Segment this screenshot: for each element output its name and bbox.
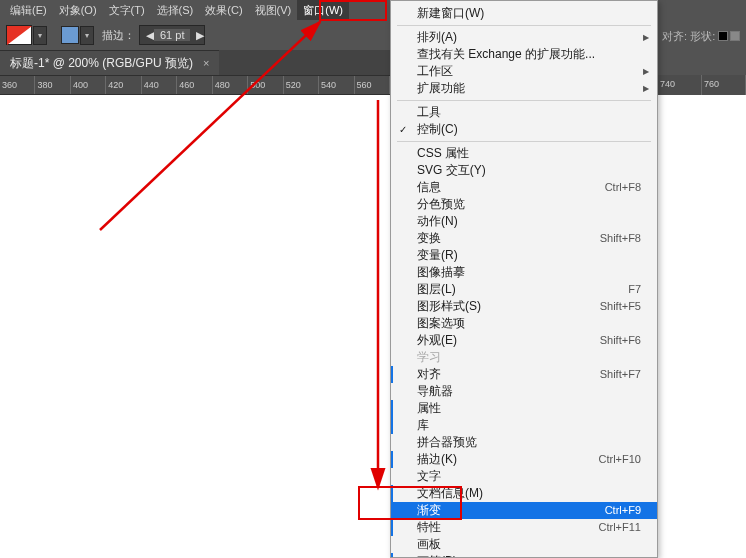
horizontal-ruler: 360 380 400 420 440 460 480 500 520 540 …	[0, 75, 390, 95]
ruler-tick: 540	[319, 76, 354, 94]
menu-item-label: SVG 交互(Y)	[417, 162, 486, 179]
fill-stroke-swatch[interactable]	[6, 25, 32, 45]
menu-item: 学习	[391, 349, 657, 366]
menu-separator	[397, 141, 651, 142]
menu-item[interactable]: 查找有关 Exchange 的扩展功能...	[391, 46, 657, 63]
close-tab-icon[interactable]: ×	[203, 57, 209, 69]
menu-item-label: 工作区	[417, 63, 453, 80]
menu-item[interactable]: CSS 属性	[391, 145, 657, 162]
panel-open-indicator	[391, 417, 393, 434]
menu-item-label: 图像描摹	[417, 264, 465, 281]
menu-item-shortcut: Ctrl+F10	[599, 451, 642, 468]
panel-open-indicator	[391, 366, 393, 383]
menu-effect[interactable]: 效果(C)	[199, 0, 248, 20]
ruler-tick: 440	[142, 76, 177, 94]
options-bar: 描边： ◀ 61 pt ▶	[0, 20, 390, 50]
panel-open-indicator	[391, 400, 393, 417]
menu-item-label: 外观(E)	[417, 332, 457, 349]
menu-item-label: 画笔(B)	[417, 553, 457, 558]
menu-item[interactable]: 属性	[391, 400, 657, 417]
menu-item[interactable]: 画板	[391, 536, 657, 553]
ruler-tick: 360	[0, 76, 35, 94]
menu-item[interactable]: 工具	[391, 104, 657, 121]
ruler-tick: 560	[355, 76, 390, 94]
menu-item-label: 查找有关 Exchange 的扩展功能...	[417, 46, 595, 63]
menu-item[interactable]: 变量(R)	[391, 247, 657, 264]
menu-item[interactable]: 新建窗口(W)	[391, 5, 657, 22]
tool-icon[interactable]	[61, 26, 79, 44]
tool-dropdown-icon[interactable]	[80, 26, 94, 45]
menu-item-shortcut: Ctrl+F9	[605, 502, 641, 519]
menu-item[interactable]: 文字	[391, 468, 657, 485]
menu-item[interactable]: 导航器	[391, 383, 657, 400]
menu-item-label: 导航器	[417, 383, 453, 400]
menu-item-label: 扩展功能	[417, 80, 465, 97]
menu-item[interactable]: SVG 交互(Y)	[391, 162, 657, 179]
menu-separator	[397, 100, 651, 101]
menu-object[interactable]: 对象(O)	[53, 0, 103, 20]
stroke-width-stepper[interactable]: ◀ 61 pt ▶	[139, 25, 205, 45]
ruler-tick: 760	[702, 75, 746, 95]
menu-item[interactable]: 外观(E)Shift+F6	[391, 332, 657, 349]
menu-item-label: 描边(K)	[417, 451, 457, 468]
menu-item-label: 变换	[417, 230, 441, 247]
menu-type[interactable]: 文字(T)	[103, 0, 151, 20]
menu-select[interactable]: 选择(S)	[151, 0, 200, 20]
menu-item[interactable]: 动作(N)	[391, 213, 657, 230]
menu-edit[interactable]: 编辑(E)	[4, 0, 53, 20]
menu-item-label: 信息	[417, 179, 441, 196]
menu-item[interactable]: 扩展功能	[391, 80, 657, 97]
menu-item[interactable]: 分色预览	[391, 196, 657, 213]
menu-view[interactable]: 视图(V)	[249, 0, 298, 20]
menu-item-shortcut: Shift+F8	[600, 230, 641, 247]
menu-item[interactable]: 对齐Shift+F7	[391, 366, 657, 383]
ruler-right-fragment: 740 760	[658, 75, 746, 95]
menu-item-label: 图案选项	[417, 315, 465, 332]
panel-open-indicator	[391, 519, 393, 536]
menu-item[interactable]: 描边(K)Ctrl+F10	[391, 451, 657, 468]
stroke-increase-button[interactable]: ▶	[190, 29, 204, 42]
menu-item[interactable]: 工作区	[391, 63, 657, 80]
menu-item[interactable]: 控制(C)	[391, 121, 657, 138]
menu-item[interactable]: 图层(L)F7	[391, 281, 657, 298]
menu-item-label: 文字	[417, 468, 441, 485]
menu-item-shortcut: Shift+F5	[600, 298, 641, 315]
menu-item-label: 新建窗口(W)	[417, 5, 484, 22]
menu-item-shortcut: Shift+F7	[600, 366, 641, 383]
menu-item[interactable]: 图像描摹	[391, 264, 657, 281]
menu-item-label: 分色预览	[417, 196, 465, 213]
swatch-dropdown-icon[interactable]	[33, 26, 47, 45]
menu-item-label: 工具	[417, 104, 441, 121]
document-tab[interactable]: 标题-1* @ 200% (RGB/GPU 预览) ×	[0, 50, 219, 75]
menu-item-label: 画板	[417, 536, 441, 553]
menu-item-shortcut: Ctrl+F11	[599, 519, 642, 536]
ruler-tick: 500	[248, 76, 283, 94]
menu-item[interactable]: 拼合器预览	[391, 434, 657, 451]
menu-item[interactable]: 画笔(B)	[391, 553, 657, 558]
menu-item[interactable]: 变换Shift+F8	[391, 230, 657, 247]
menu-item[interactable]: 渐变Ctrl+F9	[391, 502, 657, 519]
menu-item[interactable]: 排列(A)	[391, 29, 657, 46]
menu-item-label: CSS 属性	[417, 145, 469, 162]
ruler-tick: 400	[71, 76, 106, 94]
menu-item-label: 属性	[417, 400, 441, 417]
align-label: 对齐:	[662, 29, 687, 44]
menu-item-label: 渐变	[417, 502, 441, 519]
ruler-tick: 460	[177, 76, 212, 94]
menu-item[interactable]: 图案选项	[391, 315, 657, 332]
stroke-decrease-button[interactable]: ◀	[140, 29, 154, 42]
menu-item-label: 控制(C)	[417, 121, 458, 138]
panel-open-indicator	[391, 451, 393, 468]
mode-toggle[interactable]	[718, 31, 740, 41]
menu-item[interactable]: 图形样式(S)Shift+F5	[391, 298, 657, 315]
menu-item[interactable]: 库	[391, 417, 657, 434]
menu-window[interactable]: 窗口(W)	[297, 0, 349, 20]
menu-item-label: 特性	[417, 519, 441, 536]
menu-item[interactable]: 信息Ctrl+F8	[391, 179, 657, 196]
ruler-tick: 380	[35, 76, 70, 94]
stroke-width-value[interactable]: 61 pt	[154, 29, 190, 41]
menu-item[interactable]: 文档信息(M)	[391, 485, 657, 502]
menu-separator	[397, 25, 651, 26]
window-menu-dropdown: 新建窗口(W)排列(A)查找有关 Exchange 的扩展功能...工作区扩展功…	[390, 0, 658, 558]
menu-item[interactable]: 特性Ctrl+F11	[391, 519, 657, 536]
